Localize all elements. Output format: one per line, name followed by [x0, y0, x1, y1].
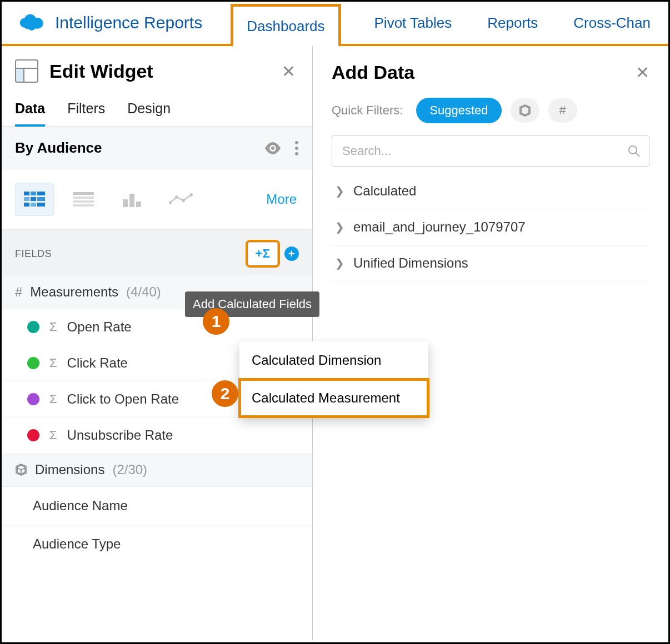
color-dot-icon [27, 357, 39, 369]
chevron-right-icon: ❯ [335, 220, 344, 234]
salesforce-cloud-icon [17, 13, 55, 32]
color-dot-icon [27, 393, 39, 405]
svg-point-3 [295, 152, 298, 155]
tree-label: email_and_journey_1079707 [353, 219, 526, 235]
tab-dashboards[interactable]: Dashboards [231, 4, 341, 46]
svg-rect-12 [37, 203, 45, 207]
hash-icon: # [559, 103, 566, 118]
svg-rect-4 [24, 192, 29, 195]
tree-label: Unified Dimensions [353, 255, 468, 271]
field-label: Click Rate [67, 355, 128, 371]
filter-dimensions[interactable] [511, 98, 539, 123]
plus-sigma-icon: +Σ [255, 246, 270, 261]
search-input[interactable] [332, 135, 649, 167]
subtab-data[interactable]: Data [15, 100, 45, 127]
svg-rect-9 [37, 197, 45, 201]
svg-point-22 [182, 199, 185, 202]
subtab-design[interactable]: Design [127, 100, 171, 127]
section-title: By Audience [15, 139, 251, 157]
add-field-button[interactable]: + [284, 246, 299, 261]
svg-rect-14 [73, 197, 94, 199]
app-title: Intelligence Reports [55, 13, 202, 32]
svg-line-25 [636, 153, 639, 157]
dimensions-header[interactable]: Dimensions (2/30) [2, 453, 312, 486]
dimension-audience-type[interactable]: Audience Type [2, 525, 312, 563]
dropdown-calculated-measurement[interactable]: Calculated Measurement [239, 379, 428, 417]
field-unsubscribe-rate[interactable]: Σ Unsubscribe Rate [2, 417, 312, 453]
svg-rect-5 [31, 192, 36, 195]
close-icon[interactable]: ✕ [636, 63, 649, 82]
field-label: Click to Open Rate [67, 391, 179, 407]
subtabs: Data Filters Design [2, 93, 312, 127]
fields-label: FIELDS [15, 248, 52, 260]
hash-icon: # [15, 284, 22, 300]
more-link[interactable]: More [266, 192, 297, 207]
sigma-icon: Σ [49, 320, 57, 334]
svg-rect-17 [123, 199, 128, 207]
tab-cross-channel[interactable]: Cross-Chan [571, 2, 653, 44]
viz-table-button[interactable] [64, 183, 103, 216]
top-nav: Intelligence Reports Dashboards Pivot Ta… [2, 2, 668, 46]
svg-point-21 [175, 195, 178, 199]
dimensions-title: Dimensions [35, 462, 104, 477]
svg-point-23 [189, 193, 193, 197]
panel-title: Edit Widget [49, 61, 282, 82]
tree-label: Calculated [353, 183, 416, 199]
add-data-title: Add Data [332, 62, 636, 83]
svg-rect-11 [31, 203, 36, 207]
quick-filters-label: Quick Filters: [332, 103, 403, 118]
svg-rect-8 [31, 197, 36, 201]
close-icon[interactable]: ✕ [282, 62, 296, 81]
svg-rect-16 [73, 204, 94, 207]
tree-email-journey[interactable]: ❯ email_and_journey_1079707 [332, 209, 649, 245]
filter-suggested[interactable]: Suggested [416, 98, 501, 123]
eye-icon[interactable] [264, 142, 281, 154]
tab-reports[interactable]: Reports [485, 2, 540, 44]
step-badge-2: 2 [212, 380, 238, 407]
widget-layout-icon [15, 59, 38, 83]
subtab-filters[interactable]: Filters [67, 100, 105, 127]
add-calculated-fields-button[interactable]: +Σ [248, 242, 278, 265]
color-dot-icon [27, 321, 39, 333]
tab-pivot-tables[interactable]: Pivot Tables [372, 2, 454, 44]
svg-point-24 [629, 146, 637, 154]
measurements-count: (4/40) [126, 284, 161, 300]
edit-widget-panel: Edit Widget ✕ Data Filters Design By Aud… [2, 46, 313, 640]
svg-rect-7 [24, 197, 29, 201]
cube-icon [519, 104, 531, 117]
svg-rect-18 [129, 194, 134, 207]
viz-line-button[interactable] [162, 183, 201, 216]
calculated-dropdown: Calculated Dimension Calculated Measurem… [239, 341, 428, 417]
viz-bar-button[interactable] [113, 183, 152, 216]
chevron-right-icon: ❯ [335, 184, 344, 198]
svg-rect-19 [136, 202, 141, 207]
dropdown-calculated-dimension[interactable]: Calculated Dimension [239, 341, 428, 379]
svg-point-1 [295, 141, 298, 144]
sigma-icon: Σ [49, 356, 57, 370]
svg-rect-15 [73, 200, 94, 203]
color-dot-icon [27, 429, 39, 441]
dimension-audience-name[interactable]: Audience Name [2, 486, 312, 525]
dimensions-count: (2/30) [112, 462, 147, 477]
svg-point-2 [295, 147, 298, 150]
kebab-menu-icon[interactable] [294, 140, 299, 156]
svg-rect-10 [24, 203, 29, 207]
tree-unified-dimensions[interactable]: ❯ Unified Dimensions [332, 245, 649, 281]
sigma-icon: Σ [49, 428, 57, 442]
svg-rect-6 [37, 192, 45, 195]
chevron-right-icon: ❯ [335, 256, 344, 270]
filter-measurements[interactable]: # [548, 98, 577, 123]
field-label: Open Rate [67, 319, 132, 335]
tree-calculated[interactable]: ❯ Calculated [332, 173, 649, 209]
svg-rect-13 [73, 192, 94, 195]
search-icon [627, 144, 641, 158]
nav-tabs: Dashboards Pivot Tables Reports Cross-Ch… [231, 2, 653, 44]
svg-point-0 [271, 147, 274, 150]
sigma-icon: Σ [49, 392, 57, 406]
step-badge-1: 1 [203, 308, 229, 335]
field-label: Unsubscribe Rate [67, 427, 173, 443]
measurements-title: Measurements [30, 284, 118, 300]
viz-heatmap-button[interactable] [15, 183, 54, 216]
cube-icon [15, 464, 27, 476]
